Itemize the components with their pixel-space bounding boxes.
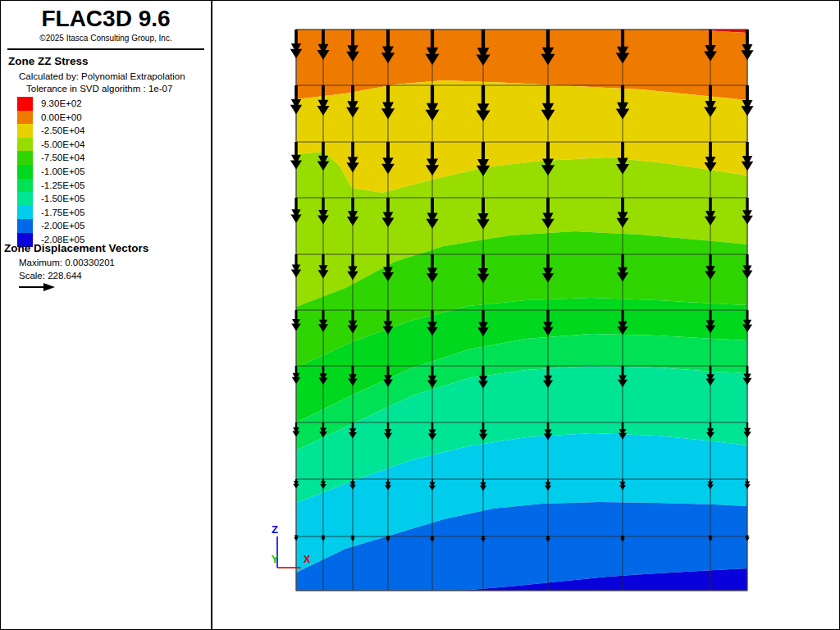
svg-text:X: X <box>304 553 311 565</box>
svg-text:Y: Y <box>272 553 279 565</box>
svg-text:Z: Z <box>272 523 278 536</box>
app-window: FLAC3D 9.6 ©2025 Itasca Consulting Group… <box>0 0 840 630</box>
plot-canvas[interactable]: ZYX <box>1 1 840 630</box>
